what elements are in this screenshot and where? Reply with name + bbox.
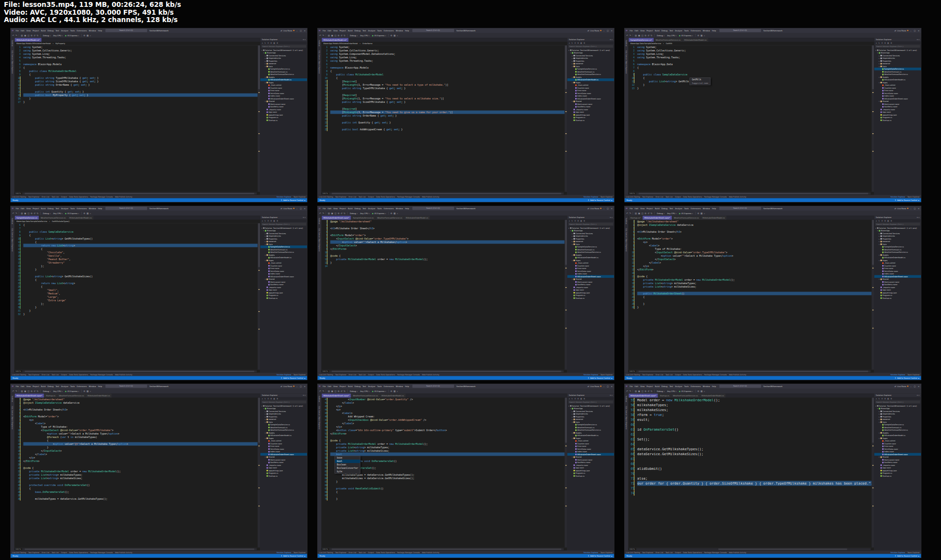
- build-icon[interactable]: ⚙: [83, 390, 85, 392]
- file-tab[interactable]: SampleDataService.cs: [15, 216, 39, 220]
- menu-project[interactable]: Project: [32, 207, 40, 210]
- quick-search-input[interactable]: Search (Ctrl+Q): [719, 29, 761, 32]
- solution-explorer-toolbar[interactable]: ⌂ ↻ ⊟ ⊞ ▤ ⚙: [874, 42, 921, 45]
- menu-window[interactable]: Window: [88, 207, 97, 210]
- build-icon[interactable]: ⚙: [390, 212, 392, 215]
- file-tab[interactable]: WeatherForecastService.cs: [39, 216, 68, 220]
- undo-icon[interactable]: ↺: [33, 212, 36, 215]
- file-tab[interactable]: WeatherForecastService.cs: [654, 38, 682, 42]
- breadcrumb-namespace[interactable]: BlazorApp.Data.SampleDataService: [631, 43, 661, 45]
- scrollbar-thumb[interactable]: [258, 223, 260, 268]
- quick-search-input[interactable]: Search (Ctrl+Q): [105, 29, 147, 32]
- scrollbar-thumb[interactable]: [25, 193, 254, 194]
- dock-tab-toolbox[interactable]: Toolbox: [625, 396, 627, 402]
- menu-view[interactable]: View: [332, 29, 338, 32]
- quick-search-input[interactable]: Search (Ctrl+Q): [719, 385, 761, 388]
- horizontal-scrollbar[interactable]: [330, 370, 564, 372]
- bottom-tab[interactable]: Error List: [349, 373, 356, 375]
- menu-tools[interactable]: Tools: [70, 207, 76, 210]
- menu-help[interactable]: Help: [97, 385, 103, 388]
- close-button[interactable]: ×: [610, 207, 613, 210]
- tree-item[interactable]: Startup.cs: [260, 297, 307, 300]
- save-all-icon[interactable]: ⧉: [644, 212, 646, 215]
- forward-icon[interactable]: ↷: [15, 34, 18, 37]
- bottom-tab[interactable]: Data Tools Operations: [376, 373, 395, 375]
- notification-badge-icon[interactable]: [600, 30, 602, 31]
- menu-tools[interactable]: Tools: [684, 385, 689, 388]
- menu-analyze[interactable]: Analyze: [60, 207, 69, 210]
- tree-item[interactable]: ▾Solution 'Section06Homework' (1 of 1 pr…: [260, 405, 307, 408]
- code-editor[interactable]: 12345678910111213using System;using Syst…: [629, 46, 874, 195]
- save-all-icon[interactable]: ⧉: [644, 34, 646, 37]
- breadcrumb-namespace[interactable]: BlazorApp.Models.MilkshakeOrderModel: [324, 43, 358, 45]
- bottom-tab[interactable]: Data Tools Operations: [69, 551, 88, 553]
- dock-tab-sql-server-object-explorer[interactable]: SQL Server Object Explorer: [625, 406, 627, 430]
- menu-analyze[interactable]: Analyze: [60, 385, 69, 388]
- dock-tab-toolbox[interactable]: Toolbox: [318, 40, 320, 47]
- quick-search-input[interactable]: Search (Ctrl+Q): [105, 385, 147, 388]
- bottom-tab[interactable]: Error List: [349, 551, 356, 553]
- undo-icon[interactable]: ↺: [340, 390, 343, 392]
- menu-extensions[interactable]: Extensions: [690, 29, 701, 32]
- code-editor[interactable]: 1234567891011121314151617using System;us…: [15, 46, 260, 195]
- bottom-tab[interactable]: Test Explorer: [335, 195, 347, 197]
- menu-extensions[interactable]: Extensions: [690, 207, 701, 210]
- add-to-source-control-button[interactable]: Add to Source Control: [897, 199, 917, 201]
- back-icon[interactable]: ↶: [319, 212, 322, 215]
- tab-team-explorer[interactable]: Team Explorer: [294, 373, 306, 375]
- save-icon[interactable]: ◫: [27, 212, 30, 215]
- menu-window[interactable]: Window: [702, 207, 711, 210]
- menu-project[interactable]: Project: [339, 207, 347, 210]
- bottom-tab[interactable]: Output: [368, 551, 374, 553]
- platform-dropdown[interactable]: Any CPU▾: [52, 34, 63, 37]
- bottom-tab[interactable]: Live Unit Testing: [12, 373, 26, 375]
- tree-item[interactable]: Startup.cs: [874, 119, 921, 122]
- tab-team-explorer[interactable]: Team Explorer: [294, 551, 306, 553]
- back-icon[interactable]: ↶: [12, 390, 15, 392]
- minimize-button[interactable]: –: [910, 29, 913, 32]
- bottom-tab[interactable]: Package Manager Console: [397, 551, 420, 553]
- completion-item[interactable]: byte: [335, 470, 360, 473]
- forward-icon[interactable]: ↷: [629, 34, 632, 37]
- horizontal-scrollbar[interactable]: [330, 193, 564, 195]
- save-icon[interactable]: ◫: [334, 390, 337, 392]
- bottom-tab[interactable]: Test Explorer: [642, 551, 654, 553]
- horizontal-scrollbar[interactable]: [23, 193, 257, 195]
- file-tab[interactable]: SampleDataService.cs*: [629, 38, 654, 42]
- code-editor[interactable]: 1234567891011121314@page "/milkshakeorde…: [322, 220, 567, 373]
- horizontal-scrollbar[interactable]: [636, 370, 871, 372]
- menu-extensions[interactable]: Extensions: [383, 29, 394, 32]
- menu-tools[interactable]: Tools: [70, 29, 76, 32]
- platform-dropdown[interactable]: Any CPU▾: [359, 212, 370, 215]
- scrollbar-thumb[interactable]: [638, 193, 868, 194]
- breadcrumb-namespace[interactable]: BlazorApp.Models.MilkshakeOrderModel: [17, 43, 51, 45]
- bottom-tab[interactable]: Error List: [42, 373, 50, 375]
- menu-window[interactable]: Window: [702, 385, 711, 388]
- code-editor[interactable]: 1234567891011121314151617181920212223242…: [629, 220, 874, 373]
- bottom-tab[interactable]: Task List: [51, 195, 59, 197]
- bottom-tab[interactable]: Output: [368, 373, 374, 375]
- redo-icon[interactable]: ↻: [343, 34, 346, 37]
- panel-controls[interactable]: ▾ ×: [610, 216, 613, 219]
- file-tab[interactable]: SampleDataService.cs: [351, 216, 375, 220]
- save-all-icon[interactable]: ⧉: [644, 390, 646, 392]
- bottom-tab[interactable]: Error List: [656, 373, 663, 375]
- add-to-source-control-button[interactable]: Add to Source Control: [283, 199, 304, 201]
- file-tab[interactable]: MilkshakeOrderModel.cs: [86, 394, 112, 398]
- close-button[interactable]: ×: [610, 29, 613, 32]
- tab-team-explorer[interactable]: Team Explorer: [908, 551, 920, 553]
- redo-icon[interactable]: ↻: [343, 390, 346, 392]
- bottom-tab[interactable]: Package Manager Console: [704, 195, 727, 197]
- tab-team-explorer[interactable]: Team Explorer: [601, 373, 613, 375]
- notification-badge-icon[interactable]: [907, 208, 909, 209]
- debug-config-dropdown[interactable]: Debug▾: [349, 212, 358, 215]
- menu-analyze[interactable]: Analyze: [674, 385, 683, 388]
- live-share-label[interactable]: Live Share: [590, 29, 599, 31]
- bottom-tab[interactable]: Task List: [51, 373, 59, 375]
- solution-explorer-toolbar[interactable]: ⌂ ↻ ⊟ ⊞ ▤ ⚙: [260, 42, 307, 45]
- dock-tab-toolbox[interactable]: Toolbox: [11, 396, 13, 402]
- menu-file[interactable]: File: [629, 29, 634, 32]
- menu-test[interactable]: Test: [362, 207, 367, 210]
- save-icon[interactable]: ◫: [27, 34, 30, 37]
- file-tab[interactable]: Startup.cs: [658, 394, 671, 398]
